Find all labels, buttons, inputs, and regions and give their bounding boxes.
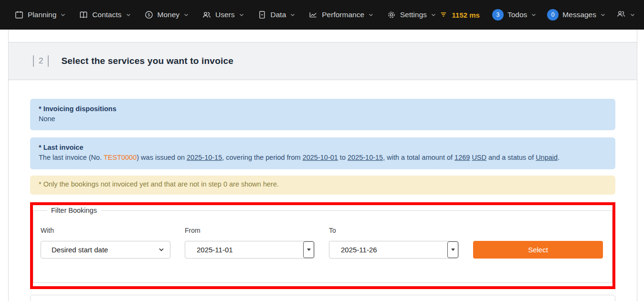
last-invoice-text: The last invoice (No. TEST0000) was issu…: [39, 153, 607, 163]
todos-count-badge: 3: [492, 9, 504, 21]
dispositions-value: None: [39, 114, 607, 124]
content-area: * Invoicing dispositions None * Last inv…: [9, 99, 637, 301]
nav-item-settings[interactable]: Settings: [387, 10, 436, 20]
to-date-picker-toggle[interactable]: [447, 241, 458, 258]
to-label: To: [329, 227, 459, 235]
invoicing-dispositions-box: * Invoicing dispositions None: [30, 99, 615, 130]
latency-indicator: 1152 ms: [439, 10, 480, 20]
spacer-label: [473, 227, 603, 235]
nav-item-contacts[interactable]: Contacts: [79, 10, 131, 20]
text-segment: .: [558, 154, 560, 161]
from-date-input[interactable]: [185, 241, 315, 259]
messages-count-badge: 0: [547, 9, 559, 21]
with-field: With Desired start date: [41, 227, 170, 259]
chart-icon: [308, 10, 318, 20]
dollar-circle-icon: $: [144, 10, 154, 20]
messages-dropdown[interactable]: 0 Messages: [547, 9, 606, 21]
nav-label: Data: [271, 10, 286, 19]
text-segment: , with a total amount of: [383, 154, 454, 161]
triangle-down-icon: [307, 249, 311, 251]
text-segment: , covering the period from: [222, 154, 302, 161]
text-segment: to: [338, 154, 348, 161]
last-invoice-box: * Last invoice The last invoice (No. TES…: [30, 137, 615, 169]
latency-value: 1152 ms: [452, 11, 480, 19]
highlight-rectangle: Filter Bookings With Desired start date: [30, 202, 615, 289]
filter-bookings-fieldset: Filter Bookings With Desired start date: [33, 207, 612, 283]
chevron-down-icon: [183, 12, 189, 18]
chevron-down-icon: [60, 12, 66, 18]
to-date-input[interactable]: [329, 241, 459, 259]
calendar-icon: [14, 10, 24, 20]
chevron-down-icon: [531, 12, 537, 18]
nav-label: Users: [215, 10, 234, 19]
bookings-warning-box: * Only the bookings not invoiced yet and…: [30, 176, 615, 195]
chevron-down-icon: [126, 12, 131, 18]
chevron-down-icon: [290, 12, 296, 18]
step-number: 2: [34, 56, 48, 66]
todos-dropdown[interactable]: 3 Todos: [492, 9, 537, 21]
step-header: 2 Select the services you want to invoic…: [9, 42, 637, 80]
page-title: Select the services you want to invoice: [61, 56, 233, 66]
nav-item-planning[interactable]: Planning: [14, 10, 66, 20]
box-title: * Last invoice: [39, 143, 607, 153]
main-panel: 2 Select the services you want to invoic…: [8, 30, 637, 301]
gear-icon: [387, 10, 396, 20]
from-field: From: [185, 227, 315, 259]
amount-link[interactable]: 1269: [454, 154, 470, 161]
text-segment: The last invoice (No.: [39, 154, 104, 161]
box-title: * Invoicing dispositions: [39, 104, 607, 114]
issued-date-link[interactable]: 2025-10-15: [187, 154, 222, 161]
with-label: With: [41, 227, 170, 235]
messages-label: Messages: [562, 10, 596, 19]
top-navbar: Planning Contacts $ Money: [0, 0, 644, 30]
to-field: To: [329, 227, 459, 259]
status-link[interactable]: Unpaid: [536, 154, 558, 161]
speed-bars-icon: [439, 10, 448, 20]
select-button-field: Select: [473, 227, 603, 259]
invoice-number: TEST0000: [104, 154, 137, 161]
nav-item-performance[interactable]: Performance: [308, 10, 374, 20]
chevron-down-icon: [600, 12, 606, 18]
document-icon: [257, 10, 267, 20]
results-section-partial: [30, 295, 615, 301]
nav-label: Planning: [28, 10, 56, 19]
select-button[interactable]: Select: [473, 241, 603, 259]
users-icon: [616, 9, 626, 21]
users-icon: [202, 10, 211, 20]
nav-label: Settings: [400, 10, 427, 19]
text-segment: ) was issued on: [137, 154, 187, 161]
from-date-picker-toggle[interactable]: [303, 241, 314, 258]
chevron-down-icon: [368, 12, 374, 18]
book-icon: [79, 10, 88, 20]
from-label: From: [185, 227, 315, 235]
chevron-down-icon: [431, 12, 436, 18]
nav-label: Money: [158, 10, 180, 19]
user-menu-dropdown[interactable]: [616, 9, 635, 21]
triangle-down-icon: [451, 249, 455, 251]
todos-label: Todos: [507, 10, 527, 19]
text-segment: and a status of: [486, 154, 536, 161]
nav-item-users[interactable]: Users: [202, 10, 244, 20]
nav-label: Contacts: [92, 10, 121, 19]
period-end-link[interactable]: 2025-10-15: [348, 154, 383, 161]
step-bar-right: [48, 55, 49, 67]
nav-item-data[interactable]: Data: [257, 10, 296, 20]
nav-label: Performance: [322, 10, 364, 19]
navbar-status-area: 1152 ms 3 Todos 0 Messages: [439, 9, 637, 21]
with-select[interactable]: Desired start date: [41, 241, 170, 259]
filter-form-row: With Desired start date From: [41, 227, 605, 259]
currency-link[interactable]: USD: [472, 154, 486, 161]
chevron-down-icon: [239, 12, 244, 18]
nav-item-money[interactable]: $ Money: [144, 10, 190, 20]
chevron-down-icon: [630, 12, 635, 18]
svg-text:$: $: [148, 12, 150, 17]
period-start-link[interactable]: 2025-10-01: [303, 154, 338, 161]
main-menu: Planning Contacts $ Money: [14, 10, 436, 20]
filter-bookings-legend: Filter Bookings: [47, 207, 101, 214]
